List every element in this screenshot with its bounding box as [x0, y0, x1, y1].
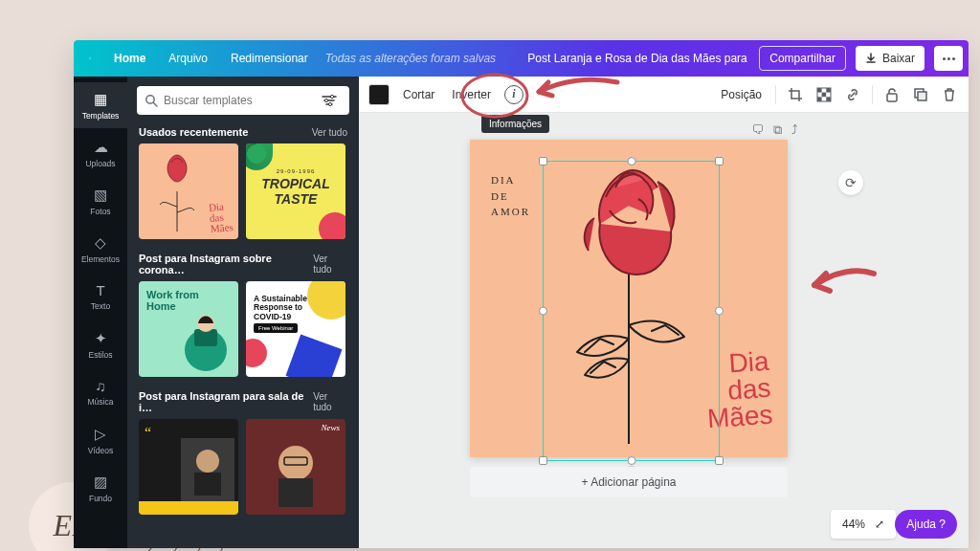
svg-rect-11 [278, 478, 313, 507]
photos-icon: ▧ [94, 187, 107, 204]
add-page-button[interactable]: + Adicionar página [470, 467, 788, 497]
svg-rect-9 [194, 473, 221, 496]
background-icon: ▨ [94, 474, 107, 491]
svg-point-2 [324, 99, 327, 101]
styles-icon: ✦ [95, 330, 107, 347]
see-all-link[interactable]: Ver tudo [313, 391, 347, 412]
canvas-workspace[interactable]: 🗨 ⧉ ⤴ ⟳ DIA DE AMOR Dia das Mães [359, 113, 969, 548]
templates-icon: ▦ [94, 91, 107, 108]
text-icon: T [96, 282, 104, 298]
rail-label: Templates [82, 111, 120, 121]
thumb-title-1: TROPICAL [261, 176, 330, 191]
rail-label: Elementos [81, 254, 120, 264]
section-title: Post para Instagram para sala de i… [139, 390, 313, 413]
menu-file[interactable]: Arquivo [159, 46, 217, 71]
position-button[interactable]: Posição [717, 84, 766, 105]
crop-button[interactable]: Cortar [399, 84, 438, 105]
rail-label: Fotos [90, 207, 110, 216]
thumb-button: Free Webinar [254, 323, 298, 333]
svg-rect-18 [826, 97, 831, 101]
rail-label: Fundo [89, 494, 112, 503]
download-button[interactable]: Baixar [856, 46, 924, 71]
svg-rect-21 [918, 92, 926, 100]
rail-text[interactable]: TTexto [74, 274, 127, 320]
section-title: Post para Instagram sobre corona… [139, 253, 313, 276]
section-header: Post para Instagram para sala de i… Ver … [127, 386, 359, 419]
template-thumb[interactable]: “ [139, 419, 238, 515]
selection-frame[interactable]: ⟳ [543, 161, 720, 461]
rail-label: Uploads [85, 159, 115, 168]
see-all-link[interactable]: Ver tudo [313, 253, 347, 275]
nav-home[interactable]: Home [104, 46, 155, 71]
annotation-arrow [533, 75, 619, 103]
link-icon[interactable] [843, 85, 862, 104]
download-label: Baixar [882, 52, 915, 65]
svg-point-3 [328, 102, 331, 105]
rail-background[interactable]: ▨Fundo [74, 465, 127, 511]
thumb-title-2: TASTE [275, 191, 318, 207]
rail-uploads[interactable]: ☁Uploads [74, 130, 127, 176]
rail-videos[interactable]: ▷Vídeos [74, 417, 127, 463]
rail-music[interactable]: ♫Música [74, 369, 127, 415]
menu-resize[interactable]: Redimensionar [221, 46, 318, 71]
search-input-wrapper[interactable] [137, 86, 349, 115]
fullscreen-icon[interactable]: ⤢ [875, 518, 884, 531]
search-icon [145, 94, 158, 107]
duplicate-page-icon[interactable]: ⧉ [773, 122, 782, 138]
app-window: Home Arquivo Redimensionar Todas as alte… [74, 40, 969, 548]
svg-point-8 [196, 450, 219, 473]
rail-elements[interactable]: ◇Elementos [74, 226, 127, 272]
page-action-bar: 🗨 ⧉ ⤴ [751, 122, 798, 138]
filter-button[interactable] [317, 94, 342, 107]
rail-label: Texto [91, 301, 110, 311]
uploads-icon: ☁ [94, 139, 108, 156]
template-thumb[interactable]: Dia das Mães [139, 143, 238, 239]
template-thumb[interactable]: 29-09-1996 TROPICALTASTE [246, 143, 345, 239]
svg-rect-17 [817, 97, 822, 101]
zoom-control[interactable]: 44% ⤢ [831, 510, 896, 539]
info-button[interactable]: i [504, 85, 523, 104]
rail-styles[interactable]: ✦Estilos [74, 321, 127, 367]
side-rail: ▦Templates ☁Uploads ▧Fotos ◇Elementos TT… [74, 77, 127, 548]
back-button[interactable] [79, 46, 100, 71]
text-block-dia-de-amor[interactable]: DIA DE AMOR [491, 172, 530, 220]
zoom-value: 44% [842, 518, 865, 531]
add-page-icon[interactable]: ⤴ [791, 122, 798, 138]
document-title[interactable]: Post Laranja e Rosa de Dia das Mães para… [518, 46, 747, 71]
templates-panel: Usados recentemente Ver tudo Dia das Mãe… [127, 77, 359, 548]
duplicate-icon[interactable] [911, 85, 930, 104]
flip-button[interactable]: Inverter [448, 84, 495, 105]
rail-templates[interactable]: ▦Templates [74, 82, 127, 128]
color-swatch[interactable] [368, 84, 390, 105]
svg-point-1 [330, 95, 333, 98]
reset-view-button[interactable]: ⟳ [838, 170, 863, 195]
thumb-caption: Dia das Mães [209, 201, 234, 234]
rail-photos[interactable]: ▧Fotos [74, 178, 127, 224]
section-header: Post para Instagram sobre corona… Ver tu… [127, 249, 359, 281]
svg-rect-19 [887, 94, 897, 101]
template-thumb[interactable]: A Sustainable Response to COVID-19 Free … [246, 281, 345, 377]
editor-toolbar: Cortar Inverter i Posição Informações [359, 77, 969, 113]
lock-icon[interactable] [882, 85, 902, 104]
top-header: Home Arquivo Redimensionar Todas as alte… [74, 40, 969, 77]
template-thumb[interactable]: News [246, 419, 345, 515]
see-all-link[interactable]: Ver tudo [312, 127, 347, 138]
rail-label: Vídeos [88, 446, 113, 455]
transparency-icon[interactable] [814, 85, 834, 104]
svg-rect-14 [817, 88, 822, 93]
download-icon [865, 53, 877, 64]
comment-icon[interactable]: 🗨 [751, 122, 764, 138]
template-thumb[interactable]: Work fromHome [139, 281, 238, 377]
search-input[interactable] [164, 94, 311, 107]
share-button[interactable]: Compartilhar [759, 46, 846, 71]
section-header: Usados recentemente Ver tudo [127, 122, 359, 143]
svg-point-0 [146, 96, 154, 103]
save-status: Todas as alterações foram salvas [325, 52, 496, 65]
help-button[interactable]: Ajuda ? [895, 510, 957, 539]
rail-label: Música [88, 397, 114, 407]
trash-icon[interactable] [940, 85, 959, 104]
rail-label: Estilos [88, 350, 112, 360]
crop-tool-icon[interactable] [786, 85, 805, 104]
section-title: Usados recentemente [139, 126, 248, 138]
more-button[interactable] [934, 46, 963, 71]
